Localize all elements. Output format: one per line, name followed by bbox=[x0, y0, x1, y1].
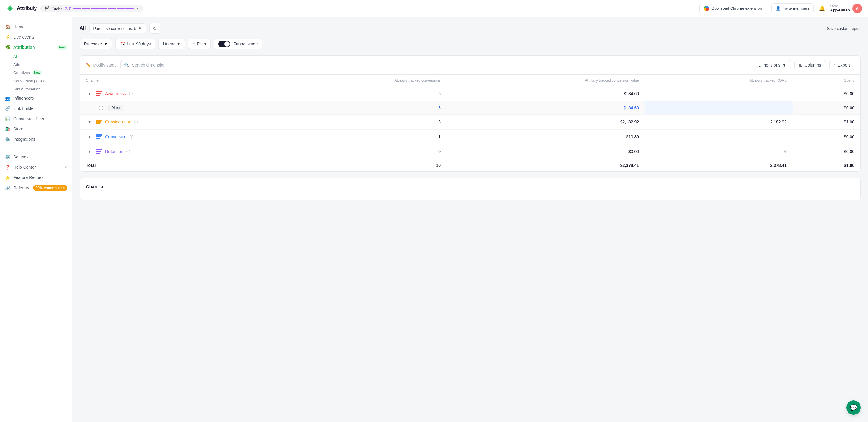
sidebar-item-live-events[interactable]: ⚡ Live events bbox=[0, 32, 72, 42]
date-range-button[interactable]: 📅 Last 90 days bbox=[116, 39, 155, 49]
total-label: Total bbox=[86, 163, 96, 168]
filter-button[interactable]: ≡ Filter bbox=[188, 39, 211, 49]
sidebar-sub-creatives[interactable]: Creatives New bbox=[0, 69, 72, 77]
search-input[interactable] bbox=[132, 63, 746, 67]
app-container: Attribuly 🏁 Tasks 7/7 ▼ bbox=[0, 0, 868, 422]
sidebar-item-integrations[interactable]: ⚙️ Integrations bbox=[0, 134, 72, 144]
conversion-icon-bar1 bbox=[96, 134, 102, 135]
table-row: ▼ Conversion ⓘ 1 bbox=[80, 130, 861, 144]
refresh-button[interactable]: ↻ bbox=[150, 23, 160, 34]
main-layout: 🏠 Home ⚡ Live events 🌿 Attribution New A… bbox=[0, 17, 868, 422]
sidebar-item-help-center[interactable]: ❓ Help Center ↗ bbox=[0, 162, 72, 172]
link-builder-label: Link builder bbox=[13, 106, 67, 111]
sidebar-sub-conversion-paths[interactable]: Conversion paths bbox=[0, 77, 72, 85]
conversion-roas: - bbox=[645, 130, 793, 144]
value-header: Attribuly tracked conversion value bbox=[447, 75, 645, 87]
flag-icon: 🏁 bbox=[44, 6, 50, 11]
consideration-spend: $1.00 bbox=[793, 115, 861, 130]
direct-tag: Direct bbox=[108, 105, 123, 111]
table-container: ✏️ Modify stage 🔍 Dimensions ▼ ⊞ Columns bbox=[80, 56, 861, 172]
store-selector[interactable]: Store App-Dmap A bbox=[830, 4, 862, 13]
chrome-extension-button[interactable]: Download Chrome extension bbox=[699, 3, 767, 14]
conversion-channel-cell: ▼ Conversion ⓘ bbox=[80, 130, 272, 144]
table-row: Direct 6 $184.60 - $0.00 bbox=[80, 101, 861, 115]
direct-channel-cell: Direct bbox=[80, 101, 272, 115]
sidebar-divider bbox=[0, 148, 72, 148]
retention-value: $0.00 bbox=[447, 144, 645, 159]
retention-info-icon[interactable]: ⓘ bbox=[126, 149, 130, 154]
purchase-label: Purchase bbox=[84, 41, 102, 46]
sidebar-item-conversion-feed[interactable]: 📊 Conversion Feed bbox=[0, 113, 72, 124]
conversion-info-icon[interactable]: ⓘ bbox=[130, 134, 133, 139]
columns-icon: ⊞ bbox=[799, 63, 803, 67]
invite-members-button[interactable]: 👤 Invite members bbox=[771, 3, 814, 13]
chart-title-button[interactable]: Chart ▲ bbox=[86, 184, 104, 189]
prog-5 bbox=[108, 7, 116, 9]
top-bar: Attribuly 🏁 Tasks 7/7 ▼ bbox=[0, 0, 868, 17]
sidebar-item-store[interactable]: 🛍️ Store bbox=[0, 124, 72, 134]
chat-fab-button[interactable]: 💬 bbox=[846, 400, 861, 415]
home-label: Home bbox=[13, 24, 67, 29]
sidebar-item-refer-us[interactable]: 🔗 Refer us 20% commission bbox=[0, 183, 72, 193]
roas-header: Attribuly tracked ROAS bbox=[645, 75, 793, 87]
save-custom-report-button[interactable]: Save custom report bbox=[827, 26, 861, 31]
sidebar-item-attribution[interactable]: 🌿 Attribution New bbox=[0, 42, 72, 53]
chrome-ext-label: Download Chrome extension bbox=[712, 6, 762, 10]
tasks-count: 7/7 bbox=[65, 6, 71, 11]
help-icon: ❓ bbox=[5, 164, 10, 170]
modify-stage-button[interactable]: ✏️ Modify stage bbox=[86, 63, 117, 67]
conversion-feed-icon: 📊 bbox=[5, 116, 10, 121]
consideration-info-icon[interactable]: ⓘ bbox=[134, 120, 138, 125]
search-icon: 🔍 bbox=[124, 63, 129, 67]
store-icon: 🛍️ bbox=[5, 126, 10, 132]
awareness-info-icon[interactable]: ⓘ bbox=[129, 91, 133, 96]
conversion-expander[interactable]: ▼ bbox=[86, 133, 93, 140]
prog-1 bbox=[73, 7, 82, 9]
report-dropdown-button[interactable]: Purchase conversions, b ▼ bbox=[89, 24, 146, 33]
dimensions-chevron-icon: ▼ bbox=[782, 63, 786, 67]
awareness-channel-cell: ▲ Awareness ⓘ bbox=[80, 87, 272, 101]
funnel-stage-toggle[interactable]: Funnel stage bbox=[214, 38, 262, 50]
table-row: ▲ Awareness ⓘ bbox=[80, 87, 861, 101]
awareness-icon bbox=[96, 91, 102, 97]
retention-icon-bar3 bbox=[96, 153, 100, 154]
sidebar-sub-ads-automation[interactable]: Ads automation bbox=[0, 85, 72, 93]
filter-label: Filter bbox=[197, 41, 206, 46]
consideration-name: Consideration bbox=[105, 120, 131, 124]
sidebar-item-home[interactable]: 🏠 Home bbox=[0, 22, 72, 32]
progress-bar bbox=[73, 7, 133, 9]
app-name: Attribuly bbox=[17, 6, 37, 11]
sidebar-item-settings[interactable]: ⚙️ Settings bbox=[0, 152, 72, 162]
consideration-expander[interactable]: ▼ bbox=[86, 118, 93, 126]
total-label-cell: Total bbox=[80, 159, 272, 171]
sidebar-sub-all[interactable]: All bbox=[0, 53, 72, 61]
awareness-value: $184.60 bbox=[447, 87, 645, 101]
sidebar-sub-ads[interactable]: Ads bbox=[0, 61, 72, 69]
retention-name: Retention bbox=[105, 149, 123, 154]
export-button[interactable]: ↑ Export bbox=[830, 60, 855, 70]
sidebar-item-link-builder[interactable]: 🔗 Link builder bbox=[0, 103, 72, 113]
chart-collapse-icon: ▲ bbox=[100, 184, 104, 189]
dimensions-button[interactable]: Dimensions ▼ bbox=[754, 60, 791, 70]
consideration-value: $2,182.92 bbox=[447, 115, 645, 130]
sidebar-item-feature-request[interactable]: ⭐ Feature Request ↗ bbox=[0, 172, 72, 183]
notifications-button[interactable]: 🔔 bbox=[818, 5, 825, 12]
sidebar-item-influencers[interactable]: 👥 Influencers bbox=[0, 93, 72, 103]
consideration-icon-bar1 bbox=[96, 120, 102, 121]
attribution-model-button[interactable]: Linear ▼ bbox=[158, 39, 185, 49]
table-header-row: Channel Attribuly tracked conversions At… bbox=[80, 75, 861, 87]
purchase-dropdown-button[interactable]: Purchase ▼ bbox=[80, 39, 113, 49]
main-content: All Purchase conversions, b ▼ ↻ Save cus… bbox=[72, 17, 868, 422]
retention-expander[interactable]: ▼ bbox=[86, 148, 93, 155]
modify-stage-label: Modify stage bbox=[93, 63, 117, 67]
columns-button[interactable]: ⊞ Columns bbox=[795, 60, 826, 70]
tasks-pill[interactable]: 🏁 Tasks 7/7 ▼ bbox=[40, 4, 143, 12]
retention-conversions: 0 bbox=[272, 144, 447, 159]
awareness-expander[interactable]: ▲ bbox=[86, 90, 93, 97]
dropdown-chevron-icon: ▼ bbox=[138, 26, 142, 31]
purchase-chevron-icon: ▼ bbox=[104, 41, 108, 46]
toggle-switch[interactable] bbox=[218, 41, 230, 47]
total-roas: 2,378.41 bbox=[645, 159, 793, 171]
direct-roas: - bbox=[645, 101, 793, 115]
direct-checkbox[interactable] bbox=[99, 106, 103, 110]
